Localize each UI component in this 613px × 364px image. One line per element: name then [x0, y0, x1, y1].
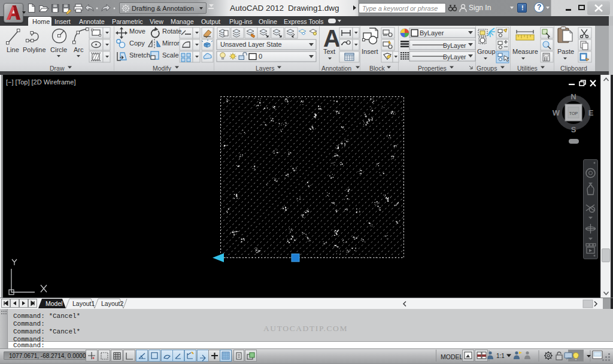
svg-text:E: E: [588, 108, 594, 117]
svg-text:Model: Model: [45, 300, 63, 307]
svg-text:1:1: 1:1: [496, 353, 505, 359]
svg-text:Layout1: Layout1: [72, 300, 95, 307]
svg-text:Layout2: Layout2: [101, 300, 124, 307]
svg-text:TOP: TOP: [569, 111, 578, 116]
svg-text:N: N: [570, 92, 576, 101]
svg-text:S: S: [571, 125, 576, 134]
svg-text:W: W: [553, 108, 560, 117]
